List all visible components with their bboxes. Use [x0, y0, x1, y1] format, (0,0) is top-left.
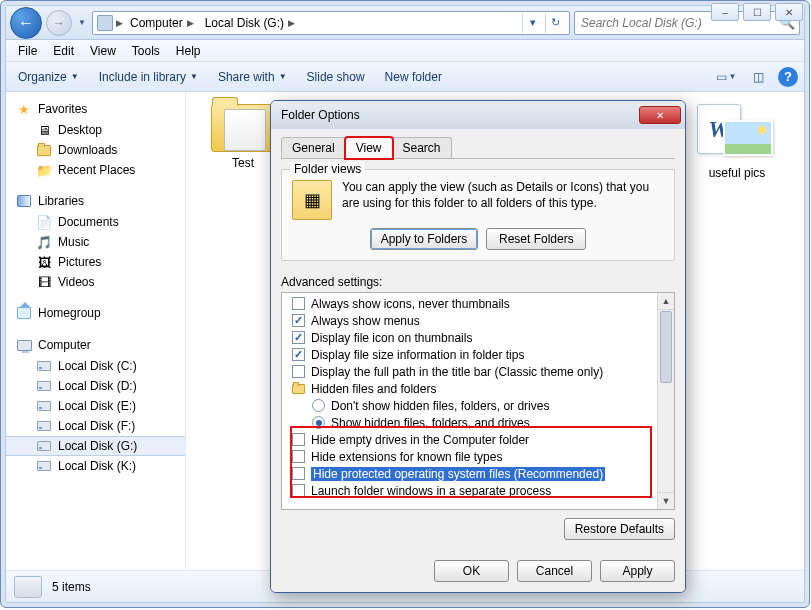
nav-drive-f[interactable]: Local Disk (F:)	[6, 416, 185, 436]
nav-item-label: Downloads	[58, 143, 117, 157]
address-dropdown-button[interactable]: ▾	[522, 13, 542, 33]
nav-history-dropdown[interactable]: ▼	[76, 10, 88, 36]
radio-icon[interactable]	[312, 399, 325, 412]
nav-header-label: Homegroup	[38, 306, 101, 320]
nav-drive-e[interactable]: Local Disk (E:)	[6, 396, 185, 416]
nav-pictures[interactable]: 🖼Pictures	[6, 252, 185, 272]
adv-checkbox-item[interactable]: Display the full path in the title bar (…	[284, 363, 655, 380]
scroll-down-button[interactable]: ▼	[658, 492, 674, 509]
scrollbar[interactable]: ▲ ▼	[657, 293, 674, 509]
apply-button[interactable]: Apply	[600, 560, 675, 582]
preview-pane-button[interactable]: ◫	[746, 66, 770, 88]
nav-forward-button[interactable]: →	[46, 10, 72, 36]
view-options-button[interactable]: ▭▼	[714, 66, 738, 88]
slide-show-button[interactable]: Slide show	[301, 67, 371, 87]
window-minimize-button[interactable]: –	[711, 3, 739, 21]
tab-view[interactable]: View	[345, 137, 393, 159]
nav-item-label: Recent Places	[58, 163, 135, 177]
adv-item-label: Always show icons, never thumbnails	[311, 297, 510, 311]
adv-radio-item[interactable]: Don't show hidden files, folders, or dri…	[284, 397, 655, 414]
nav-drive-g[interactable]: Local Disk (G:)	[6, 436, 185, 456]
nav-documents[interactable]: 📄Documents	[6, 212, 185, 232]
navigation-pane[interactable]: ★ Favorites 🖥Desktop Downloads 📁Recent P…	[6, 92, 186, 570]
dialog-close-button[interactable]: ✕	[639, 106, 681, 124]
checkbox-icon[interactable]	[292, 297, 305, 310]
checkbox-icon[interactable]	[292, 467, 305, 480]
reset-folders-button[interactable]: Reset Folders	[486, 228, 586, 250]
folder-item-useful-pics[interactable]: W useful pics	[692, 104, 782, 180]
share-with-button[interactable]: Share with ▼	[212, 67, 293, 87]
nav-homegroup-header[interactable]: Homegroup	[6, 302, 185, 324]
nav-libraries-header[interactable]: Libraries	[6, 190, 185, 212]
adv-checkbox-item[interactable]: Display file icon on thumbnails	[284, 329, 655, 346]
videos-icon: 🎞	[36, 274, 52, 290]
radio-icon[interactable]	[312, 416, 325, 429]
address-bar[interactable]: ▶ Computer ▶ Local Disk (G:) ▶ ▾ ↻	[92, 11, 570, 35]
checkbox-icon[interactable]	[292, 365, 305, 378]
nav-back-button[interactable]: ←	[10, 7, 42, 39]
nav-favorites-header[interactable]: ★ Favorites	[6, 98, 185, 120]
refresh-button[interactable]: ↻	[545, 13, 565, 33]
adv-checkbox-item[interactable]: Display file size information in folder …	[284, 346, 655, 363]
tab-search[interactable]: Search	[392, 137, 452, 158]
stack-icon: W	[697, 104, 777, 162]
menu-file[interactable]: File	[10, 42, 45, 60]
chevron-right-icon: ▶	[288, 18, 295, 28]
nav-drive-d[interactable]: Local Disk (D:)	[6, 376, 185, 396]
window-close-button[interactable]: ✕	[775, 3, 803, 21]
adv-checkbox-item[interactable]: Hide extensions for known file types	[284, 448, 655, 465]
drive-icon	[97, 15, 113, 31]
nav-item-label: Local Disk (D:)	[58, 379, 137, 393]
nav-downloads[interactable]: Downloads	[6, 140, 185, 160]
checkbox-icon[interactable]	[292, 314, 305, 327]
adv-checkbox-item[interactable]: Hide protected operating system files (R…	[284, 465, 655, 482]
adv-radio-item[interactable]: Show hidden files, folders, and drives	[284, 414, 655, 431]
nav-videos[interactable]: 🎞Videos	[6, 272, 185, 292]
chevron-down-icon: ▼	[729, 72, 737, 81]
nav-header-label: Favorites	[38, 102, 87, 116]
ok-button[interactable]: OK	[434, 560, 509, 582]
menu-help[interactable]: Help	[168, 42, 209, 60]
include-in-library-button[interactable]: Include in library ▼	[93, 67, 204, 87]
view-icon: ▭	[716, 70, 727, 84]
breadcrumb-computer[interactable]: Computer ▶	[126, 13, 198, 33]
nav-recent-places[interactable]: 📁Recent Places	[6, 160, 185, 180]
menu-edit[interactable]: Edit	[45, 42, 82, 60]
organize-button[interactable]: Organize ▼	[12, 67, 85, 87]
nav-drive-k[interactable]: Local Disk (K:)	[6, 456, 185, 476]
adv-item-label: Hide extensions for known file types	[311, 450, 502, 464]
checkbox-icon[interactable]	[292, 331, 305, 344]
adv-checkbox-item[interactable]: Hide empty drives in the Computer folder	[284, 431, 655, 448]
dialog-titlebar[interactable]: Folder Options ✕	[271, 101, 685, 129]
nav-computer-header[interactable]: Computer	[6, 334, 185, 356]
window-maximize-button[interactable]: ☐	[743, 3, 771, 21]
help-button[interactable]: ?	[778, 67, 798, 87]
checkbox-icon[interactable]	[292, 450, 305, 463]
adv-checkbox-item[interactable]: Always show menus	[284, 312, 655, 329]
breadcrumb-drive[interactable]: Local Disk (G:) ▶	[201, 13, 299, 33]
cancel-button[interactable]: Cancel	[517, 560, 592, 582]
scroll-up-button[interactable]: ▲	[658, 293, 674, 310]
scroll-thumb[interactable]	[660, 311, 672, 383]
chevron-right-icon: ▶	[116, 18, 123, 28]
nav-music[interactable]: 🎵Music	[6, 232, 185, 252]
nav-desktop[interactable]: 🖥Desktop	[6, 120, 185, 140]
restore-defaults-button[interactable]: Restore Defaults	[564, 518, 675, 540]
adv-checkbox-item[interactable]: Launch folder windows in a separate proc…	[284, 482, 655, 499]
tab-general[interactable]: General	[281, 137, 346, 158]
libraries-icon	[16, 193, 32, 209]
apply-to-folders-button[interactable]: Apply to Folders	[370, 228, 479, 250]
menu-view[interactable]: View	[82, 42, 124, 60]
checkbox-icon[interactable]	[292, 484, 305, 497]
adv-checkbox-item[interactable]: Always show icons, never thumbnails	[284, 295, 655, 312]
nav-item-label: Local Disk (K:)	[58, 459, 136, 473]
checkbox-icon[interactable]	[292, 433, 305, 446]
menu-tools[interactable]: Tools	[124, 42, 168, 60]
nav-drive-c[interactable]: Local Disk (C:)	[6, 356, 185, 376]
new-folder-button[interactable]: New folder	[379, 67, 448, 87]
advanced-settings-list[interactable]: Always show icons, never thumbnailsAlway…	[281, 292, 675, 510]
adv-item-label: Display file icon on thumbnails	[311, 331, 472, 345]
folder-views-text: You can apply the view (such as Details …	[342, 180, 664, 211]
nav-item-label: Desktop	[58, 123, 102, 137]
checkbox-icon[interactable]	[292, 348, 305, 361]
